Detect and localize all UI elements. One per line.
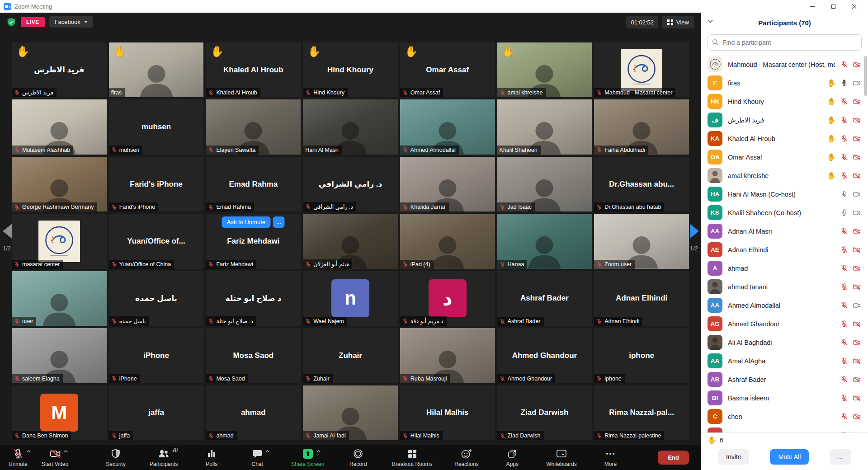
gallery-next-page-button[interactable]: 1/2 bbox=[690, 224, 699, 252]
panel-scrollbar-thumb[interactable] bbox=[864, 56, 867, 96]
video-tile[interactable]: Hanaa bbox=[497, 214, 592, 268]
video-tile[interactable]: Zoom user bbox=[594, 214, 689, 268]
panel-collapse-chevron-icon[interactable] bbox=[708, 19, 713, 23]
name-tile[interactable]: Omar Assaf✋ Omar Assaf bbox=[400, 42, 495, 97]
name-tile[interactable]: Emad Rahma Emad Rahma bbox=[206, 157, 301, 212]
minimize-button[interactable] bbox=[802, 0, 823, 13]
name-tile[interactable]: jaffa jaffa bbox=[109, 385, 204, 440]
name-tile[interactable]: Farid's iPhone Farid's iPhone bbox=[109, 157, 204, 212]
video-tile[interactable]: saleem Elagha bbox=[12, 328, 107, 383]
name-tile[interactable]: iPhone iPhone bbox=[109, 328, 204, 383]
name-tile[interactable]: Fariz MehdawiAsk to Unmute... Fariz Mehd… bbox=[206, 214, 301, 268]
ask-to-unmute-button[interactable]: Ask to Unmute bbox=[222, 216, 270, 228]
video-tile[interactable]: Jad Isaac bbox=[497, 157, 592, 212]
encryption-shield-icon[interactable] bbox=[6, 17, 16, 28]
video-tile[interactable]: George Rashmawi Germany bbox=[12, 157, 107, 212]
video-tile[interactable]: Khalida Jarrar bbox=[400, 157, 495, 212]
video-tile[interactable]: Ahmed Almodallal bbox=[400, 99, 495, 154]
gallery-prev-page-button[interactable]: 1/2 bbox=[3, 224, 12, 252]
participant-row[interactable]: KSKhalil Shaheen (Co-host) bbox=[701, 203, 868, 222]
name-tile[interactable]: Ashraf Bader Ashraf Bader bbox=[497, 271, 592, 326]
name-tile[interactable]: د. رامي الشرافي د. رامي الشرافي bbox=[303, 157, 398, 212]
participant-row[interactable]: ففريد الاطرش ✋ bbox=[701, 111, 868, 129]
video-tile[interactable]: هيثم أبو الغزلان bbox=[303, 214, 398, 268]
name-tile[interactable]: فريد الاطرش✋ فريد الاطرش bbox=[12, 42, 107, 97]
view-button[interactable]: View bbox=[662, 16, 694, 28]
toolbar-security[interactable]: Security bbox=[104, 448, 127, 467]
toolbar-unmute[interactable]: Unmute bbox=[6, 448, 30, 467]
participant-row[interactable]: BIBasma isleem bbox=[701, 389, 868, 407]
name-tile[interactable]: Adnan Elhindi Adnan Elhindi bbox=[594, 271, 689, 326]
name-tile[interactable]: Ahmed Ghandour Ahmed Ghandour bbox=[497, 328, 592, 383]
close-button[interactable] bbox=[844, 0, 864, 13]
participant-row[interactable]: M bbox=[701, 426, 868, 432]
name-tile[interactable]: Yuan/Office of... Yuan/Office of China bbox=[109, 214, 204, 268]
avatar-tile[interactable]: M Dana Ben Shimon bbox=[12, 385, 107, 440]
toolbar-apps[interactable]: Apps bbox=[500, 448, 524, 467]
video-tile[interactable]: ✋ amal khreishe bbox=[497, 42, 592, 97]
avatar-tile[interactable]: د د.مريم أبو دقة bbox=[400, 271, 495, 326]
participant-row[interactable]: AAAmal AlAgha bbox=[701, 352, 868, 370]
participant-row[interactable]: AEAdnan Elhindi bbox=[701, 240, 868, 259]
name-tile[interactable]: Zuhair Zuhair bbox=[303, 328, 398, 383]
participant-row[interactable]: AAAdnan Al Masri bbox=[701, 222, 868, 240]
name-tile[interactable]: باسل حمده باسل حمده bbox=[109, 271, 204, 326]
toolbar-whiteboards[interactable]: Whiteboards bbox=[546, 448, 576, 467]
participant-row[interactable]: ahmad tanani bbox=[701, 277, 868, 296]
name-tile[interactable]: muhsen muhsen bbox=[109, 99, 204, 154]
name-tile[interactable]: ahmad ahmad bbox=[206, 385, 301, 440]
name-tile[interactable]: Ziad Darwish Ziad Darwish bbox=[497, 385, 592, 440]
video-tile[interactable]: Elayen Sawafta bbox=[206, 99, 301, 154]
participant-row[interactable]: Aahmad bbox=[701, 259, 868, 277]
participant-row[interactable]: HAHani Al Masri (Co-host) bbox=[701, 185, 868, 203]
video-tile[interactable]: ✋firas bbox=[109, 42, 204, 97]
participant-row[interactable]: Cchen bbox=[701, 407, 868, 426]
name-tile[interactable]: iphone iphone bbox=[594, 328, 689, 383]
panel-more-button[interactable]: ... bbox=[830, 449, 851, 465]
participant-row[interactable]: HKHind Khoury ✋ bbox=[701, 92, 868, 111]
name-tile[interactable]: Khaled Al Hroub✋ Khaled Al Hroub bbox=[206, 42, 301, 97]
name-tile[interactable]: Hind Khoury✋ Hind Khoury bbox=[303, 42, 398, 97]
find-participant-input[interactable] bbox=[708, 34, 862, 51]
participant-row[interactable]: AGAhmed Ghandour bbox=[701, 315, 868, 333]
name-tile[interactable]: Mosa Saod Mosa Saod bbox=[206, 328, 301, 383]
toolbar-record[interactable]: Record bbox=[346, 448, 370, 467]
mute-all-button[interactable]: Mute All bbox=[770, 449, 809, 465]
invite-button[interactable]: Invite bbox=[718, 449, 749, 465]
participant-row[interactable]: KAKhaled Al Hroub ✋ bbox=[701, 129, 868, 148]
participant-row[interactable]: Ffiras ✋ bbox=[701, 74, 868, 92]
end-meeting-button[interactable]: End bbox=[658, 451, 689, 465]
logo-tile[interactable]: Mahmoud - Masarat center bbox=[594, 42, 689, 97]
toolbar-participants[interactable]: 70 Participants bbox=[150, 448, 178, 467]
participant-row[interactable]: ABAshraf Bader bbox=[701, 370, 868, 389]
name-tile[interactable]: Rima Nazzal-pal... Rima Nazzal-palestine bbox=[594, 385, 689, 440]
name-tile[interactable]: د صلاح ابو ختلة د. صلاح ابو ختلة bbox=[206, 271, 301, 326]
video-tile[interactable]: Khalil Shaheen bbox=[497, 99, 592, 154]
participant-row[interactable]: amal khreishe ✋ bbox=[701, 166, 868, 185]
tile-more-button[interactable]: ... bbox=[273, 216, 285, 228]
video-tile[interactable]: Faiha Abdulhadi bbox=[594, 99, 689, 154]
toolbar-share-screen[interactable]: Share Screen bbox=[291, 448, 324, 467]
avatar-tile[interactable]: n Wael Najem bbox=[303, 271, 398, 326]
toolbar-polls[interactable]: Polls bbox=[200, 448, 223, 467]
toolbar-start-video[interactable]: Start Video bbox=[42, 448, 68, 467]
participant-row[interactable]: AAAhmed Almodallal bbox=[701, 296, 868, 315]
participants-list[interactable]: Mahmoud - Masarat center (Host, me) Ffir… bbox=[701, 55, 868, 432]
video-tile[interactable]: Mutasem Alashhab bbox=[12, 99, 107, 154]
toolbar-more[interactable]: More bbox=[599, 448, 622, 467]
video-tile[interactable]: Jamal Al-fadi bbox=[303, 385, 398, 440]
maximize-button[interactable] bbox=[823, 0, 844, 13]
name-tile[interactable]: Hilal Malhis Hilal Malhis bbox=[400, 385, 495, 440]
participant-row[interactable]: Ali Al Baghdadi bbox=[701, 333, 868, 352]
toolbar-reactions[interactable]: Reactions bbox=[454, 448, 478, 467]
video-tile[interactable]: Ruba Masrouji bbox=[400, 328, 495, 383]
logo-tile[interactable]: masarat center bbox=[12, 214, 107, 268]
toolbar-chat[interactable]: Chat bbox=[245, 448, 269, 467]
video-tile[interactable]: user bbox=[12, 271, 107, 326]
participant-row[interactable]: Mahmoud - Masarat center (Host, me) bbox=[701, 55, 868, 74]
toolbar-breakout-rooms[interactable]: Breakout Rooms bbox=[392, 448, 432, 467]
video-tile[interactable]: Hani Al Masri bbox=[303, 99, 398, 154]
participant-row[interactable]: OAOmar Assaf ✋ bbox=[701, 148, 868, 166]
video-tile[interactable]: iPad (4) bbox=[400, 214, 495, 268]
name-tile[interactable]: Dr.Ghassan abu... Dr.Ghassan abu hatab bbox=[594, 157, 689, 212]
